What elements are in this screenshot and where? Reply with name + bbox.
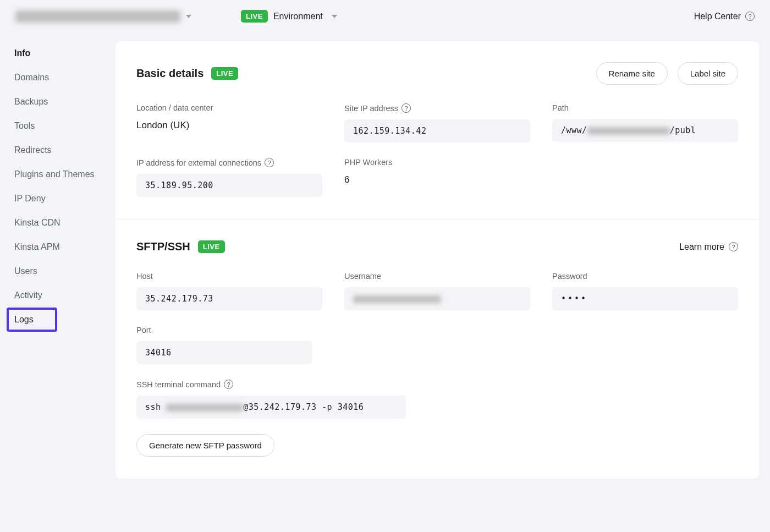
sidebar-item-domains[interactable]: Domains [7, 65, 116, 90]
ssh-command-field: SSH terminal command ? ssh @35.242.179.7… [136, 380, 738, 419]
username-value [344, 287, 530, 310]
location-value: London (UK) [136, 120, 322, 131]
port-value: 34016 [136, 341, 312, 364]
host-label: Host [136, 272, 322, 281]
sidebar-item-info[interactable]: Info [7, 41, 116, 65]
ssh-command-label: SSH terminal command ? [136, 380, 738, 389]
location-field: Location / data center London (UK) [136, 103, 322, 142]
site-ip-field: Site IP address ? 162.159.134.42 [344, 103, 530, 142]
username-redacted [353, 295, 441, 303]
sidebar-item-kinsta-apm[interactable]: Kinsta APM [7, 235, 116, 259]
sftp-heading: SFTP/SSH [136, 240, 190, 253]
question-mark-icon[interactable]: ? [224, 380, 233, 389]
password-value: •••• [552, 287, 738, 310]
sidebar-item-redirects[interactable]: Redirects [7, 138, 116, 162]
generate-sftp-password-button[interactable]: Generate new SFTP password [136, 434, 274, 457]
port-label: Port [136, 326, 322, 334]
chevron-down-icon [186, 15, 191, 18]
password-label: Password [552, 272, 738, 281]
php-workers-label: PHP Workers [344, 158, 530, 167]
sidebar-item-ip-deny[interactable]: IP Deny [7, 187, 116, 211]
sidebar-item-users[interactable]: Users [7, 259, 116, 283]
live-badge: LIVE [241, 10, 268, 23]
site-ip-label: Site IP address ? [344, 103, 530, 113]
question-mark-icon: ? [745, 12, 755, 21]
chevron-down-icon [332, 15, 337, 18]
external-ip-field: IP address for external connections ? 35… [136, 158, 322, 197]
host-field: Host 35.242.179.73 [136, 272, 322, 310]
sidebar-item-kinsta-cdn[interactable]: Kinsta CDN [7, 211, 116, 235]
ssh-user-redacted [166, 404, 243, 412]
question-mark-icon[interactable]: ? [265, 158, 274, 167]
port-field: Port 34016 [136, 326, 322, 364]
question-mark-icon[interactable]: ? [402, 103, 411, 113]
help-center-label: Help Center [694, 12, 741, 21]
rename-site-button[interactable]: Rename site [596, 62, 668, 85]
question-mark-icon: ? [729, 242, 738, 251]
host-value: 35.242.179.73 [136, 287, 322, 310]
path-label: Path [552, 103, 738, 112]
password-field: Password •••• [552, 272, 738, 310]
sidebar-item-tools[interactable]: Tools [7, 114, 116, 138]
sidebar-item-logs[interactable]: Logs [7, 308, 57, 332]
ssh-command-value: ssh @35.242.179.73 -p 34016 [136, 396, 406, 419]
path-redacted [587, 127, 670, 135]
external-ip-label: IP address for external connections ? [136, 158, 322, 167]
basic-details-heading: Basic details [136, 67, 204, 80]
location-label: Location / data center [136, 103, 322, 112]
top-bar: LIVE Environment Help Center ? [0, 0, 770, 41]
label-site-button[interactable]: Label site [678, 62, 738, 85]
sidebar-item-activity[interactable]: Activity [7, 283, 116, 308]
username-field: Username [344, 272, 530, 310]
path-value: /www//publ [552, 119, 738, 142]
live-badge: LIVE [198, 240, 225, 253]
sidebar-item-backups[interactable]: Backups [7, 90, 116, 114]
path-field: Path /www//publ [552, 103, 738, 142]
php-workers-field: PHP Workers 6 [344, 158, 530, 197]
main-content: Basic details LIVE Rename site Label sit… [116, 41, 759, 492]
learn-more-link[interactable]: Learn more ? [679, 242, 738, 252]
help-center-link[interactable]: Help Center ? [694, 12, 755, 21]
external-ip-value: 35.189.95.200 [136, 174, 322, 197]
username-label: Username [344, 272, 530, 281]
site-name-redacted [15, 10, 180, 23]
site-switcher[interactable] [15, 10, 191, 23]
sidebar-item-plugins-themes[interactable]: Plugins and Themes [7, 162, 116, 187]
sidebar: Info Domains Backups Tools Redirects Plu… [0, 41, 116, 332]
basic-details-panel: Basic details LIVE Rename site Label sit… [116, 41, 759, 479]
environment-switcher[interactable]: LIVE Environment [241, 10, 337, 23]
php-workers-value: 6 [344, 174, 530, 185]
environment-label: Environment [273, 12, 323, 21]
live-badge: LIVE [211, 67, 238, 80]
site-ip-value: 162.159.134.42 [344, 119, 530, 142]
